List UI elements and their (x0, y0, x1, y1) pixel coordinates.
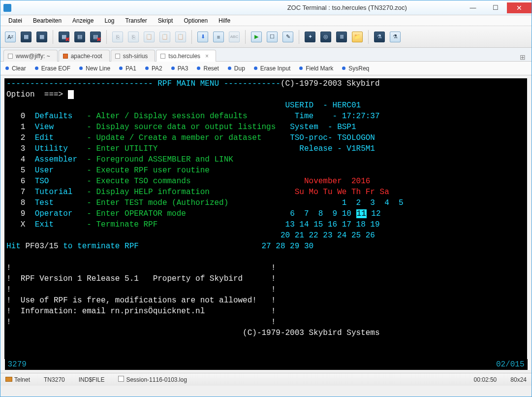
status-size: 80x24 (510, 376, 527, 383)
toolbar-paste3-icon[interactable]: 📋 (174, 30, 188, 44)
qa-pa1[interactable]: PA1 (119, 65, 136, 72)
status-conn: Telnet (5, 376, 30, 383)
qa-field-mark[interactable]: Field Mark (299, 65, 333, 72)
window-title: ZOC Terminal : tso.hercules (TN3270.zoc) (233, 4, 462, 11)
menu-skript[interactable]: Skript (153, 16, 178, 25)
box-border: ! ! (6, 317, 525, 328)
toolbar-play-icon[interactable]: ▶ (250, 30, 263, 44)
toolbar-tube1-icon[interactable]: ⚗ (373, 30, 386, 44)
toolbar-card2-icon[interactable]: ▦ (35, 30, 49, 44)
tab-icon (115, 54, 120, 59)
qa-erase-eof[interactable]: Erase EOF (35, 65, 70, 72)
quick-actions: Clear Erase EOF New Line PA1 PA2 PA3 Res… (0, 62, 532, 75)
tab-label: ssh-sirius (123, 53, 148, 60)
toolbar-star-icon[interactable]: ✦ (303, 30, 317, 44)
menu-hilfe[interactable]: Hilfe (214, 16, 235, 25)
session-tab-jiffy[interactable]: www@jiffy: ~ (3, 50, 58, 62)
toolbar-doc-icon[interactable]: ≡ (212, 30, 225, 44)
menu-log[interactable]: Log (99, 16, 119, 25)
menu-anzeige[interactable]: Anzeige (67, 16, 98, 25)
box-line: ! RPF Version 1 Release 5.1 Property of … (6, 273, 525, 284)
box-border: ! ! (6, 284, 525, 295)
qa-pa2[interactable]: PA2 (145, 65, 162, 72)
tab-label: apache-root (71, 53, 102, 60)
toolbar-card1-icon[interactable]: ▦ (19, 30, 33, 44)
calendar-today: 11 (356, 209, 367, 218)
terminal-wrap: ------------------------------- RPF MAIN… (0, 75, 532, 370)
option-prompt: Option ===> (6, 90, 63, 99)
info-userid-label: USERID - (285, 101, 328, 110)
calendar-header: Su Mo Tu We Th Fr Sa (295, 188, 389, 197)
session-tabs: www@jiffy: ~ apache-root ssh-sirius tso.… (0, 48, 532, 62)
tab-label: www@jiffy: ~ (16, 53, 50, 60)
window-controls: — ☐ ✕ (462, 2, 532, 13)
qa-sysreq[interactable]: SysReq (342, 65, 369, 72)
status-proto: TN3270 (44, 376, 65, 383)
menu-bar: Datei Bearbeiten Anzeige Log Transfer Sk… (0, 15, 532, 26)
maximize-button[interactable]: ☐ (484, 2, 507, 13)
close-tab-icon[interactable]: × (205, 53, 209, 60)
calendar-row: 27 28 29 30 (262, 242, 356, 251)
cursor[interactable] (68, 90, 74, 99)
box-line: ! Information: email rn.prinsÖquicknet.n… (6, 306, 525, 317)
checkbox-icon[interactable] (118, 376, 124, 382)
calendar-title: November 2016 (304, 177, 370, 186)
box-border: ! ! (6, 263, 525, 273)
toolbar-disk-x-icon[interactable]: ▤✖ (89, 30, 102, 44)
toolbar-window-icon[interactable]: ☐ (265, 30, 279, 44)
toolbar-card-red-icon[interactable]: ▦✖ (57, 30, 71, 44)
box-line: ! Use of RPF is free, modifications are … (6, 295, 525, 306)
qa-reset[interactable]: Reset (197, 65, 219, 72)
term-status-right: 02/015 (496, 359, 525, 370)
toolbar-paste2-icon[interactable]: 📋 (158, 30, 172, 44)
info-time: 17:27:37 (342, 112, 380, 121)
qa-dup[interactable]: Dup (228, 65, 245, 72)
title-bar: ZOC Terminal : tso.hercules (TN3270.zoc)… (0, 0, 532, 15)
tab-label: tso.hercules (168, 53, 200, 60)
session-tab-ssh[interactable]: ssh-sirius (111, 50, 156, 62)
toolbar: AZ ▦ ▦ ▦✖ ▤ ▤✖ ⎘ ⎘ 📋 📋 📋 ⬇ ≡ ABC ▶ ☐ ✎ ✦… (0, 26, 532, 48)
menu-transfer[interactable]: Transfer (120, 16, 152, 25)
dot-icon (5, 66, 9, 70)
toolbar-stack-icon[interactable]: ≣ (335, 30, 348, 44)
session-tab-apache[interactable]: apache-root (59, 50, 110, 62)
toolbar-copy1-icon[interactable]: ⎘ (111, 30, 125, 44)
qa-erase-input[interactable]: Erase Input (254, 65, 290, 72)
toolbar-brush-icon[interactable]: ✎ (281, 30, 295, 44)
minimize-button[interactable]: — (462, 2, 484, 13)
calendar-row: 20 21 22 23 24 25 26 (281, 231, 375, 240)
term-status-left: 3279 (8, 359, 27, 370)
info-tsoproc: TSOLOGON (337, 133, 375, 142)
session-tab-tso[interactable]: tso.hercules × (156, 50, 216, 62)
toolbar-sort-icon[interactable]: AZ (3, 30, 17, 44)
toolbar-copy2-icon[interactable]: ⎘ (126, 30, 140, 44)
status-indfile: IND$FILE (79, 376, 105, 383)
menu-optionen[interactable]: Optionen (179, 16, 213, 25)
menu-bearbeiten[interactable]: Bearbeiten (28, 16, 66, 25)
toolbar-download-icon[interactable]: ⬇ (196, 30, 210, 44)
toolbar-target-icon[interactable]: ◎ (319, 30, 333, 44)
rpf-header: ------------------------------- RPF MAIN… (6, 79, 281, 88)
toolbar-tube2-icon[interactable]: ⚗ (388, 30, 402, 44)
toolbar-abc-icon[interactable]: ABC (227, 30, 241, 44)
toolbar-folder-icon[interactable]: 📁 (350, 30, 364, 44)
app-icon (3, 4, 11, 12)
bottom-copyright: (C)-1979-2003 Skybird Systems (243, 329, 379, 337)
tab-icon (8, 54, 13, 59)
status-log: Session-1116-0103.log (118, 376, 187, 383)
calendar-row: 13 14 15 16 17 18 19 (285, 220, 380, 229)
qa-pa3[interactable]: PA3 (171, 65, 188, 72)
tab-grid-icon[interactable]: ⊞ (517, 53, 529, 61)
terminal-status-line: 3279 02/015 (5, 359, 528, 370)
toolbar-disk-icon[interactable]: ▤ (73, 30, 87, 44)
terminal-screen[interactable]: ------------------------------- RPF MAIN… (4, 78, 527, 359)
tab-icon (160, 54, 165, 59)
tab-icon (63, 54, 68, 59)
close-button[interactable]: ✕ (507, 2, 532, 13)
toolbar-paste1-icon[interactable]: 📋 (142, 30, 156, 44)
menu-datei[interactable]: Datei (3, 16, 27, 25)
info-system: BSP1 (337, 123, 356, 132)
qa-clear[interactable]: Clear (5, 65, 26, 72)
status-elapsed: 00:02:50 (474, 376, 497, 383)
qa-new-line[interactable]: New Line (79, 65, 110, 72)
